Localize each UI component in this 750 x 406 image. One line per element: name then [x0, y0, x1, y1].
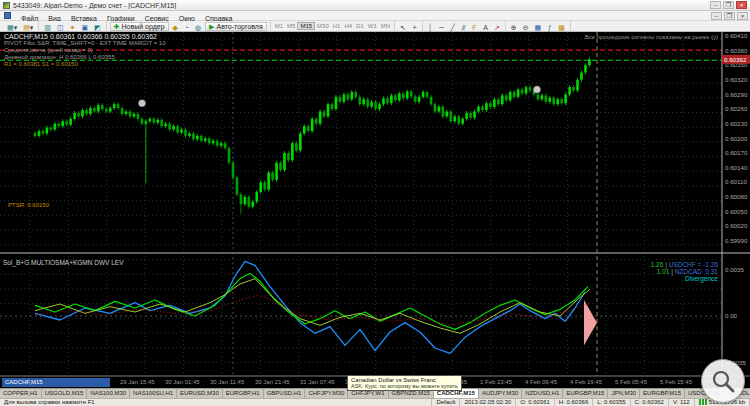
metaeditor-icon[interactable]: ◆ [171, 22, 180, 31]
chart-area[interactable]: 0.604100.603800.603500.603200.602900.602… [0, 32, 750, 377]
mdi-close-button[interactable]: × [737, 12, 748, 20]
timeframe-button-h4[interactable]: H4 [342, 23, 354, 29]
chart-tab-eurusd-m30[interactable]: EURUSD,M30 [177, 389, 223, 398]
chart-tab-eurgbp-m15b[interactable]: EURGBP,M15 [640, 389, 685, 398]
new-chart-icon[interactable]: ▦▾ [5, 22, 19, 31]
chart-tab-jpn225-m30[interactable]: JPN,M30 [608, 389, 640, 398]
candle-body [69, 119, 72, 125]
timeframe-button-h1[interactable]: H1 [331, 23, 343, 29]
zoom-in-icon[interactable]: ⊕ [509, 22, 519, 31]
mdi-restore-button[interactable]: ❐ [724, 12, 735, 20]
chart-tab-copper-h1[interactable]: COPPER,H1 [0, 389, 42, 398]
candle-body [366, 99, 369, 106]
status-low: L: 0.60355 [593, 399, 630, 406]
timeframe-button-w1[interactable]: W1 [366, 23, 379, 29]
candle-body [311, 119, 314, 131]
candle-body [545, 95, 548, 101]
horizontal-line-icon[interactable]: ─ [437, 22, 446, 31]
arrows-icon[interactable]: ↗ [492, 22, 502, 31]
candle-body [153, 119, 156, 123]
crosshair-icon[interactable]: + [410, 22, 419, 31]
timeframe-button-mn[interactable]: MN [379, 23, 392, 29]
candle-body [323, 112, 326, 117]
chart-tab-chfjpy-m30[interactable]: CHFJPY,M30 [305, 389, 348, 398]
candle-body [204, 138, 207, 140]
chart-tab-nas100-m30[interactable]: NAS100,M30 [87, 389, 130, 398]
news-icon[interactable]: ◍ [193, 22, 203, 31]
minimize-button[interactable]: – [710, 1, 721, 9]
strategy-tester-icon[interactable]: ◩ [92, 22, 103, 31]
candle-body [244, 197, 247, 204]
data-window-icon[interactable]: ◫ [55, 22, 66, 31]
candle-body [192, 133, 195, 139]
candle-body [196, 136, 199, 139]
chart-tab-nzdusd-h1[interactable]: NZDUSD,H1 [522, 389, 563, 398]
candle-body [354, 92, 357, 97]
selected-chart-tab[interactable]: CADCHF,M15 [2, 378, 110, 387]
candle-body [541, 95, 544, 99]
market-watch-icon[interactable]: ▥ [42, 22, 53, 31]
candle-body [485, 103, 488, 110]
plus-icon: ✚ [114, 22, 120, 31]
candle-body [549, 98, 552, 102]
mdi-minimize-button[interactable]: – [711, 12, 722, 20]
candle-body [38, 131, 41, 136]
candle-body [525, 87, 528, 93]
vertical-line-icon[interactable]: │ [426, 22, 435, 31]
candle-body [180, 130, 183, 133]
candle-body [568, 87, 571, 94]
candle-body [57, 124, 60, 126]
status-profile[interactable]: Default [432, 399, 460, 406]
candle-body [81, 110, 84, 116]
profiles-icon[interactable]: ▤▾ [21, 22, 35, 31]
new-order-button[interactable]: ✚Новый ордер [110, 22, 169, 31]
magnifier-overlay-button[interactable] [701, 359, 745, 403]
trendline-icon[interactable]: ╱ [448, 22, 457, 31]
cursor-icon[interactable]: ↖ [398, 22, 408, 31]
candle-body [461, 119, 464, 124]
chart-tab-usgold-m15[interactable]: USGOLD,M15 [42, 389, 88, 398]
candle-body [358, 97, 361, 104]
chart-tab-audjpy-m30[interactable]: AUDJPY,M30 [479, 389, 522, 398]
candle-body [453, 116, 456, 121]
channel-icon[interactable]: ⫻ [459, 22, 468, 31]
zoom-out-icon[interactable]: ⊖ [521, 22, 531, 31]
candle-body [505, 95, 508, 100]
candle-body [184, 130, 187, 136]
candle-body [469, 113, 472, 118]
mt4-window: 5433049: Alpari-Demo - Демо счет - [CADC… [0, 0, 750, 406]
navigator-icon[interactable]: ✦ [68, 22, 78, 31]
terminal-icon[interactable]: ▣ [79, 22, 90, 31]
indicators-icon[interactable]: ƒ [545, 22, 554, 31]
templates-icon[interactable]: ▩ [556, 22, 567, 31]
maximize-button[interactable]: ❐ [723, 1, 734, 9]
candle-body [584, 65, 587, 72]
chart-tab-gbpusd-h1[interactable]: GBPUSD,H1 [264, 389, 306, 398]
autotrading-button[interactable]: ▶Авто-торговля [205, 22, 267, 31]
chart-canvas[interactable]: 0.604100.603800.603500.603200.602900.602… [0, 32, 750, 377]
candle-body [351, 92, 354, 99]
candle-body [34, 133, 37, 136]
time-axis-label: 30 Jan 11:45 [210, 379, 244, 385]
timeframe-button-m15[interactable]: M15 [297, 22, 315, 30]
magnifier-icon [710, 368, 736, 394]
alerts-icon[interactable]: ◔ [182, 22, 191, 31]
timeframe-button-m5[interactable]: M5 [285, 23, 297, 29]
text-icon[interactable]: A [481, 22, 490, 31]
candle-body [307, 126, 310, 131]
close-button[interactable]: × [736, 1, 747, 9]
status-bar: Для вызова справки нажмите F1 Default 20… [0, 398, 750, 406]
timeframe-button-d1[interactable]: D1 [354, 23, 366, 29]
chart-tab-eurgbp-h1[interactable]: EURGBP,H1 [223, 389, 264, 398]
timeframe-button-m30[interactable]: M30 [315, 23, 331, 29]
chart-tab-nas100su-h1[interactable]: NAS100SU,H1 [130, 389, 177, 398]
candle-body [50, 128, 53, 130]
fibonacci-icon[interactable]: F [470, 22, 479, 31]
price-axis-label: 0.60020 [725, 222, 748, 229]
tile-windows-icon[interactable]: ▦ [533, 22, 544, 31]
candle-body [481, 107, 484, 110]
timeframe-button-m1[interactable]: M1 [273, 23, 285, 29]
candle-body [208, 138, 211, 143]
candle-body [164, 124, 167, 126]
chart-tab-eurgbp-m15[interactable]: EURGBP,M15 [563, 389, 608, 398]
